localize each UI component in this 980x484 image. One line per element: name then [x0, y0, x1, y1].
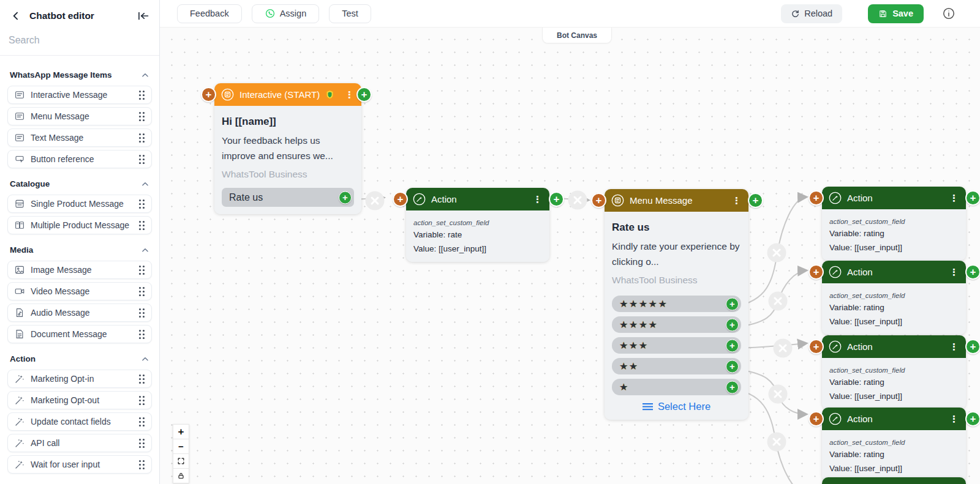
section-header-action[interactable]: Action [10, 354, 149, 363]
add-node-button[interactable] [726, 339, 739, 352]
drag-handle-icon[interactable] [139, 396, 145, 405]
drag-handle-icon[interactable] [139, 133, 145, 143]
drag-handle-icon[interactable] [139, 266, 145, 275]
add-node-button[interactable] [748, 193, 763, 208]
section-header-whatsapp-message-items[interactable]: WhatsApp Message Items [10, 70, 149, 80]
node-interactive-start[interactable]: Interactive (START) Hi [[name]] Your fee… [214, 83, 361, 214]
drag-handle-icon[interactable] [139, 330, 145, 339]
sidebar-item-multiple-product-message[interactable]: Multiple Product Message [7, 216, 152, 234]
edge-delete-button[interactable] [366, 192, 385, 210]
sidebar-item-button-reference[interactable]: Button reference [7, 150, 152, 168]
node-action-set-rating-3[interactable]: Action action_set_custom_field Variable:… [822, 335, 966, 409]
edge-delete-button[interactable] [769, 292, 788, 311]
menu-option-2-stars[interactable]: ★★ [612, 358, 741, 374]
node-header[interactable]: Action [822, 261, 966, 283]
node-header[interactable]: Interactive (START) [214, 83, 361, 106]
node-action-set-rating-2[interactable]: Action action_set_custom_field Variable:… [822, 261, 966, 335]
reload-button[interactable]: Reload [781, 4, 842, 23]
node-header[interactable] [822, 477, 966, 484]
sidebar-item-text-message[interactable]: Text Message [7, 128, 152, 147]
drag-handle-icon[interactable] [139, 155, 145, 164]
add-node-button[interactable] [726, 297, 739, 310]
drag-handle-icon[interactable] [139, 417, 145, 426]
menu-option-1-star[interactable]: ★ [612, 379, 741, 395]
node-action-set-rating-4[interactable]: Action action_set_custom_field Variable:… [822, 408, 966, 482]
section-header-media[interactable]: Media [10, 245, 149, 255]
sidebar-item-single-product-message[interactable]: Single Product Message [7, 195, 152, 213]
test-button[interactable]: Test [329, 4, 371, 23]
node-menu-button[interactable] [948, 193, 960, 204]
add-node-button[interactable] [965, 190, 980, 206]
node-header[interactable]: Menu Message [605, 189, 748, 212]
node-menu-button[interactable] [344, 89, 355, 100]
node-menu-button[interactable] [532, 194, 543, 205]
drag-handle-icon[interactable] [139, 221, 145, 230]
drag-handle-icon[interactable] [139, 91, 145, 100]
edge-delete-button[interactable] [767, 244, 786, 262]
add-node-button[interactable] [726, 381, 739, 393]
target-handle[interactable] [809, 190, 824, 206]
drag-handle-icon[interactable] [139, 199, 145, 209]
node-header[interactable]: Action [406, 188, 549, 210]
node-menu-button[interactable] [948, 267, 960, 278]
section-header-catalogue[interactable]: Catalogue [10, 179, 149, 188]
menu-option-4-stars[interactable]: ★★★★ [612, 316, 741, 333]
add-node-button[interactable] [965, 339, 980, 354]
node-menu-button[interactable] [948, 414, 960, 425]
node-header[interactable]: Action [822, 187, 966, 209]
drag-handle-icon[interactable] [139, 439, 145, 448]
node-action-set-rating-1[interactable]: Action action_set_custom_field Variable:… [822, 187, 966, 261]
drag-handle-icon[interactable] [139, 460, 145, 469]
sidebar-item-wait-for-user-input[interactable]: Wait for user input [7, 455, 152, 474]
rate-us-button[interactable]: Rate us [222, 188, 354, 207]
fit-view-button[interactable] [173, 453, 189, 469]
node-header[interactable]: Action [822, 335, 966, 358]
sidebar-item-image-message[interactable]: Image Message [7, 261, 152, 279]
node-action-set-rate[interactable]: Action action_set_custom_field Variable:… [406, 188, 549, 262]
target-handle[interactable] [591, 193, 606, 208]
node-header[interactable]: Action [822, 408, 966, 430]
node-menu-button[interactable] [731, 195, 742, 206]
menu-option-5-stars[interactable]: ★★★★★ [612, 296, 741, 312]
zoom-in-button[interactable] [173, 424, 189, 439]
bot-canvas[interactable]: Bot Canvas Interactive (START) Hi [[name… [160, 28, 980, 484]
menu-option-3-stars[interactable]: ★★★ [612, 337, 741, 354]
target-handle[interactable] [201, 87, 216, 102]
sidebar-item-marketing-opt-out[interactable]: Marketing Opt-out [7, 391, 152, 409]
assign-button[interactable]: Assign [252, 4, 320, 23]
add-node-button[interactable] [549, 192, 564, 207]
add-node-button[interactable] [339, 191, 352, 204]
sidebar-item-marketing-opt-in[interactable]: Marketing Opt-in [7, 370, 152, 388]
collapse-sidebar-button[interactable] [137, 10, 149, 22]
lock-button[interactable] [173, 468, 189, 483]
add-node-button[interactable] [356, 87, 372, 102]
add-node-button[interactable] [965, 264, 980, 280]
target-handle[interactable] [809, 411, 824, 426]
search-input[interactable] [7, 34, 152, 47]
back-button[interactable] [10, 10, 22, 22]
node-menu-message[interactable]: Menu Message Rate us Kindly rate your ex… [605, 189, 748, 420]
sidebar-item-menu-message[interactable]: Menu Message [7, 107, 152, 125]
edge-delete-button[interactable] [568, 191, 587, 210]
drag-handle-icon[interactable] [139, 287, 145, 296]
select-here-button[interactable]: Select Here [612, 401, 741, 412]
target-handle[interactable] [809, 264, 824, 280]
sidebar-item-api-call[interactable]: API call [7, 434, 152, 452]
target-handle[interactable] [809, 339, 824, 354]
info-button[interactable] [942, 7, 956, 20]
add-node-button[interactable] [965, 411, 980, 426]
sidebar-item-audio-message[interactable]: Audio Message [7, 303, 152, 322]
edge-delete-button[interactable] [774, 339, 793, 358]
edge-delete-button[interactable] [769, 385, 788, 404]
drag-handle-icon[interactable] [139, 112, 145, 121]
edge-delete-button[interactable] [767, 433, 786, 452]
add-node-button[interactable] [726, 360, 739, 373]
feedback-button[interactable]: Feedback [177, 4, 242, 23]
drag-handle-icon[interactable] [139, 308, 145, 318]
zoom-out-button[interactable] [173, 439, 189, 454]
sidebar-item-update-contact-fields[interactable]: Update contact fields [7, 412, 152, 431]
node-action-partial[interactable] [822, 477, 966, 484]
sidebar-item-video-message[interactable]: Video Message [7, 282, 152, 300]
sidebar-item-document-message[interactable]: Document Message [7, 325, 152, 343]
save-button[interactable]: Save [868, 4, 924, 23]
